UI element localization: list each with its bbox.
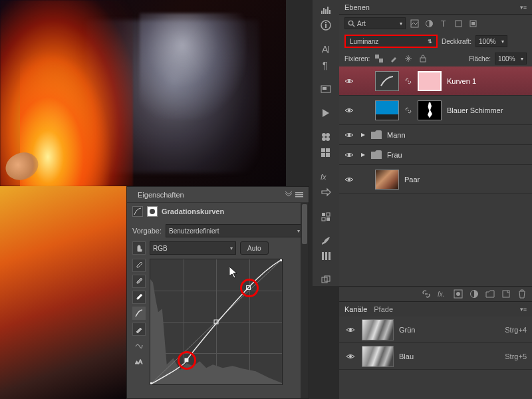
visibility-toggle[interactable] xyxy=(343,75,355,87)
layer-curves[interactable]: Kurven 1 xyxy=(339,66,532,96)
paths-tab[interactable]: Pfade xyxy=(374,305,393,313)
navigator-panel-icon[interactable] xyxy=(317,83,334,95)
channel-thumb[interactable] xyxy=(362,346,394,367)
lock-image-icon[interactable] xyxy=(388,53,399,64)
panel-menu-icon[interactable]: ▾≡ xyxy=(520,4,527,11)
eyedropper-black-icon[interactable] xyxy=(132,259,146,272)
curve-pencil-tool-icon[interactable] xyxy=(132,323,146,336)
curves-graph[interactable] xyxy=(150,259,283,385)
link-icon[interactable] xyxy=(404,106,412,114)
color-panel-icon[interactable] xyxy=(317,147,334,159)
paragraph-panel-icon[interactable]: ¶ xyxy=(317,59,334,71)
lock-all-icon[interactable] xyxy=(418,53,428,64)
properties-subtitle-row: Gradationskurven xyxy=(127,203,309,220)
new-group-icon[interactable] xyxy=(485,289,495,299)
svg-point-55 xyxy=(348,134,350,136)
layer-thumb[interactable] xyxy=(375,100,399,120)
properties-tab[interactable]: Eigenschaften xyxy=(132,189,190,201)
document-canvas-lower[interactable] xyxy=(0,186,126,399)
chevron-down-icon: ⇅ xyxy=(428,39,432,45)
blend-mode-select[interactable]: Luminanz ⇅ xyxy=(344,35,438,48)
svg-rect-62 xyxy=(503,291,509,297)
brushes-list-icon[interactable] xyxy=(317,250,334,262)
auto-button[interactable]: Auto xyxy=(240,241,269,255)
chevron-down-icon: ▾ xyxy=(521,56,523,62)
layer-thumb-adjustment[interactable] xyxy=(375,71,399,91)
info-panel-icon[interactable] xyxy=(317,20,334,32)
clone-panel-icon[interactable] xyxy=(317,274,334,286)
expand-icon[interactable] xyxy=(360,152,366,158)
play-panel-icon[interactable] xyxy=(317,107,334,119)
svg-point-16 xyxy=(326,137,330,141)
styles-panel-icon[interactable]: fx xyxy=(317,171,334,183)
layer-thumb[interactable] xyxy=(375,170,399,190)
layer-name[interactable]: Frau xyxy=(387,151,402,159)
filter-smart-icon[interactable] xyxy=(467,17,479,29)
scrollbar-thumb[interactable] xyxy=(302,204,307,244)
visibility-toggle[interactable] xyxy=(343,174,355,186)
document-canvas[interactable] xyxy=(0,0,286,186)
adjustments-panel-icon[interactable] xyxy=(317,211,334,223)
actions-panel-icon[interactable] xyxy=(317,187,334,199)
new-adjustment-icon[interactable] xyxy=(469,289,479,299)
curve-point-tool-icon[interactable] xyxy=(132,307,146,320)
visibility-toggle[interactable] xyxy=(344,350,356,362)
filter-pixel-icon[interactable] xyxy=(408,17,420,29)
fill-select[interactable]: 100% ▾ xyxy=(495,53,527,65)
visibility-toggle[interactable] xyxy=(344,324,356,336)
filter-shape-icon[interactable] xyxy=(452,17,464,29)
panel-menu-icon[interactable]: ▾≡ xyxy=(520,306,527,313)
layer-fx-icon[interactable]: fx. xyxy=(438,289,447,299)
delete-layer-icon[interactable] xyxy=(517,289,527,299)
mask-toggle-icon[interactable] xyxy=(147,206,158,217)
channels-tab[interactable]: Kanäle xyxy=(344,305,367,313)
link-icon[interactable] xyxy=(404,77,412,85)
curve-smooth-icon[interactable] xyxy=(132,338,146,352)
channel-select[interactable]: RGB ▾ xyxy=(150,241,236,255)
layer-name[interactable]: Blauer Schimmer xyxy=(447,106,503,114)
curve-clip-icon[interactable]: ⟁A xyxy=(132,354,146,368)
link-layers-icon[interactable] xyxy=(422,289,431,299)
panel-menu-icon[interactable] xyxy=(295,191,303,199)
filter-type-select[interactable]: Art ▾ xyxy=(344,17,406,29)
layer-name[interactable]: Mann xyxy=(387,131,406,139)
visibility-toggle[interactable] xyxy=(343,104,355,116)
svg-rect-52 xyxy=(420,58,426,62)
add-mask-icon[interactable] xyxy=(454,289,463,299)
channel-thumb[interactable] xyxy=(362,319,394,340)
layers-tab[interactable]: Ebenen xyxy=(344,3,370,11)
visibility-toggle[interactable] xyxy=(343,149,355,161)
opacity-select[interactable]: 100% ▾ xyxy=(475,35,507,47)
layer-group-mann[interactable]: Mann xyxy=(339,125,532,145)
eyedropper-gray-icon[interactable] xyxy=(132,275,146,288)
preset-select[interactable]: Benutzerdefiniert ▾ xyxy=(166,224,303,237)
layer-mask-thumb[interactable] xyxy=(418,71,442,91)
layer-name[interactable]: Kurven 1 xyxy=(447,77,476,85)
histogram-panel-icon[interactable] xyxy=(317,4,334,16)
layer-blauer-schimmer[interactable]: Blauer Schimmer xyxy=(339,96,532,125)
visibility-toggle[interactable] xyxy=(343,129,355,141)
swatches-panel-icon[interactable] xyxy=(317,131,334,143)
layers-panel: Ebenen ▾≡ Art ▾ T Luminanz ⇅ Deckkraft: … xyxy=(339,0,532,286)
svg-text:A: A xyxy=(322,44,329,55)
expand-icon[interactable] xyxy=(360,132,366,138)
layer-mask-thumb[interactable] xyxy=(418,100,442,120)
filter-type-text-icon[interactable]: T xyxy=(438,17,450,29)
finger-tool-icon[interactable] xyxy=(132,241,146,255)
layer-paar[interactable]: Paar xyxy=(339,165,532,194)
layer-name[interactable]: Paar xyxy=(404,176,420,184)
channel-blue[interactable]: Blau Strg+5 xyxy=(339,343,532,370)
filter-adjustment-icon[interactable] xyxy=(423,17,435,29)
brush-panel-icon[interactable] xyxy=(317,235,334,247)
character-panel-icon[interactable]: A xyxy=(317,44,334,56)
histogram xyxy=(150,259,282,384)
eyedropper-white-icon[interactable] xyxy=(132,291,146,304)
channel-green[interactable]: Grün Strg+4 xyxy=(339,317,532,343)
lock-position-icon[interactable] xyxy=(403,53,414,64)
collapse-icon[interactable] xyxy=(285,191,293,199)
layer-group-frau[interactable]: Frau xyxy=(339,145,532,165)
adjustment-type-icon[interactable] xyxy=(132,206,143,217)
properties-scrollbar[interactable] xyxy=(301,203,309,398)
lock-transparency-icon[interactable] xyxy=(374,53,384,64)
new-layer-icon[interactable] xyxy=(501,289,511,299)
